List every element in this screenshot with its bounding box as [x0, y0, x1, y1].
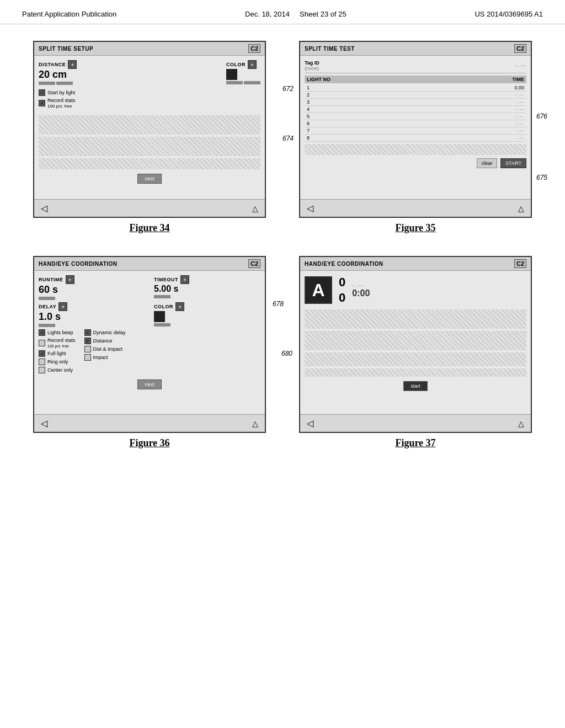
distance-bar-2: [56, 82, 73, 85]
cb-dynamic-icon[interactable]: ✓: [84, 329, 91, 336]
tag-id-group: Tag ID (none): [305, 60, 319, 71]
fig37-title: HAND/EYE COORDINATION: [305, 261, 383, 267]
striped-block-3: [39, 158, 260, 169]
distance-group: DISTANCE + 20 cm: [39, 60, 77, 85]
fig35-back-btn[interactable]: ◁: [307, 203, 313, 213]
table-row: 2 -.--: [305, 92, 526, 99]
fig34-next-btn[interactable]: next: [137, 174, 161, 184]
delay-label: DELAY: [39, 304, 56, 309]
color-bar-36: [154, 323, 170, 326]
fig34-title-bar: SPLIT TIME SETUP C2: [34, 42, 265, 56]
fig34-body: DISTANCE + 20 cm: [34, 56, 265, 199]
color-bar-1: [226, 81, 243, 84]
delay-value: 1.0 s: [39, 311, 61, 323]
checkbox-record-label: Record stats 100 pct. free: [47, 98, 76, 109]
fig37-bottom-bar: ◁ △: [300, 414, 531, 432]
fig36-title-bar: HAND/EYE COORDINATION C2: [34, 257, 265, 271]
table-row: 5 -.--: [305, 113, 526, 120]
cb-ring-only: Ring only: [39, 358, 76, 365]
fig34-back-btn[interactable]: ◁: [41, 203, 47, 213]
fig35-bottom-bar: ◁ △: [300, 199, 531, 217]
fig37-screen: HAND/EYE COORDINATION C2 A 0 0 -.-- 0:00: [299, 256, 532, 433]
fig34-icon: C2: [248, 44, 260, 53]
fig36-back-btn[interactable]: ◁: [41, 418, 47, 429]
timeout-label: TIMEOUT: [154, 277, 178, 282]
figure-36-block: HAND/EYE COORDINATION C2 RUNTIME + 60 s: [33, 256, 266, 449]
fig36-next-btn[interactable]: next: [137, 379, 161, 389]
color-plus-btn[interactable]: +: [248, 60, 257, 69]
fig37-back-btn[interactable]: ◁: [307, 418, 313, 429]
header-left: Patent Application Publication: [22, 10, 116, 18]
fig34-screen: SPLIT TIME SETUP C2 DISTANCE + 20 cm: [33, 41, 266, 218]
col-time: TIME: [513, 77, 525, 82]
fig36-title: HAND/EYE COORDINATION: [39, 261, 118, 267]
cb-impact-icon[interactable]: [84, 354, 91, 361]
timeout-value: 5.00 s: [154, 284, 178, 294]
fig36-bottom-bar: ◁ △: [34, 414, 265, 432]
cb-center-icon[interactable]: [39, 367, 45, 373]
fig36-home-btn[interactable]: △: [252, 419, 258, 428]
fig34-title: SPLIT TIME SETUP: [39, 46, 93, 52]
cb-lights-beep: ✓ Lights beep: [39, 329, 76, 336]
figure-35-block: 672 SPLIT TIME TEST C2 Tag ID (none) -.-…: [299, 41, 532, 234]
runtime-bar: [39, 297, 55, 300]
annot-672: 672: [282, 85, 294, 93]
fig35-home-btn[interactable]: △: [518, 204, 524, 213]
cb-lights-icon[interactable]: ✓: [39, 329, 45, 336]
header-center: Dec. 18, 2014 Sheet 23 of 25: [245, 10, 347, 18]
cb-distance-icon[interactable]: ✓: [84, 338, 91, 344]
cb-full-light: ✓ Full light: [39, 350, 76, 357]
cb-record-stats: Record stats100 pct. free: [39, 338, 76, 349]
distance-plus-btn[interactable]: +: [68, 60, 77, 69]
checkbox-start-icon[interactable]: ✓: [39, 89, 45, 96]
fig35-title-bar: SPLIT TIME TEST C2: [300, 42, 531, 56]
page-header: Patent Application Publication Dec. 18, …: [0, 0, 565, 24]
table-row: 8 -.--: [305, 135, 526, 142]
color-group-36: COLOR +: [154, 302, 260, 327]
color-label-36: COLOR: [154, 304, 173, 309]
cb-impact: Impact: [84, 354, 126, 361]
runtime-plus-btn[interactable]: +: [66, 275, 74, 284]
tag-id-value: -.--: [516, 63, 527, 68]
cb-dynamic-delay: ✓ Dynamic delay: [84, 329, 126, 336]
figure-37-block: HAND/EYE COORDINATION C2 A 0 0 -.-- 0:00: [299, 256, 532, 449]
fig36-checkboxes: ✓ Lights beep Record stats100 pct. free …: [39, 329, 260, 375]
table-row: 3 -.--: [305, 99, 526, 106]
fig37-start-btn[interactable]: start: [403, 381, 428, 391]
cb-dist-impact: Dist & Impact: [84, 346, 126, 352]
timeout-bar: [154, 295, 170, 298]
cb-full-icon[interactable]: ✓: [39, 350, 45, 357]
color-swatch: [226, 69, 237, 80]
delay-group: DELAY + 1.0 s: [39, 302, 145, 327]
fig37-display: A 0 0 -.-- 0:00: [305, 275, 526, 305]
counter-bottom: 0: [339, 291, 345, 305]
table-row: 7 -.--: [305, 127, 526, 135]
delay-plus-btn[interactable]: +: [58, 302, 67, 311]
cb-center-only: Center only: [39, 367, 76, 373]
fig34-caption: Figure 34: [129, 222, 169, 234]
fig34-params-row: DISTANCE + 20 cm: [39, 60, 260, 85]
fig35-clear-btn[interactable]: clear: [477, 158, 498, 168]
fig36-icon: C2: [248, 259, 260, 268]
fig34-home-btn[interactable]: △: [252, 204, 258, 213]
checkbox-record-icon[interactable]: ✓: [39, 100, 45, 106]
col-light-no: LIGHT NO: [307, 77, 331, 82]
tag-id-row: Tag ID (none) -.--: [305, 60, 526, 73]
color-plus-btn-36[interactable]: +: [175, 302, 184, 311]
fig37-home-btn[interactable]: △: [518, 419, 524, 428]
fig35-title: SPLIT TIME TEST: [305, 46, 355, 52]
counter-top: 0: [339, 275, 345, 290]
fig37-striped-4: [305, 368, 526, 377]
cb-record-icon[interactable]: [39, 340, 45, 346]
annot-674: 674: [282, 135, 294, 142]
fig35-start-btn[interactable]: START: [500, 158, 526, 168]
fig36-row2: DELAY + 1.0 s COLOR: [39, 302, 260, 327]
page: Patent Application Publication Dec. 18, …: [0, 0, 565, 465]
annot-678: 678: [273, 300, 284, 308]
annot-676: 676: [536, 113, 547, 120]
checkbox-start-label: Start by light: [47, 90, 75, 95]
timeout-plus-btn[interactable]: +: [180, 275, 189, 284]
fig35-icon: C2: [514, 44, 526, 53]
cb-ring-icon[interactable]: [39, 358, 45, 365]
cb-dist-icon[interactable]: [84, 346, 91, 352]
